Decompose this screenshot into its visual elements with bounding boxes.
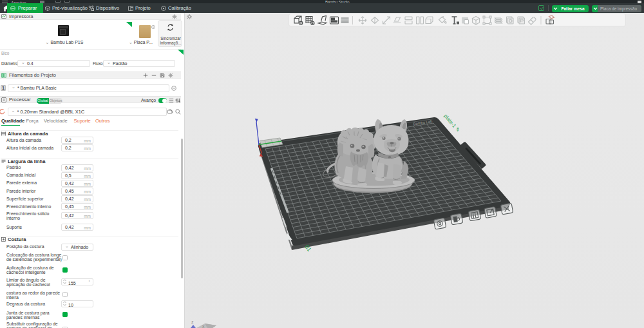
svg-text:x: x xyxy=(202,324,205,328)
svg-text:z: z xyxy=(191,320,194,324)
